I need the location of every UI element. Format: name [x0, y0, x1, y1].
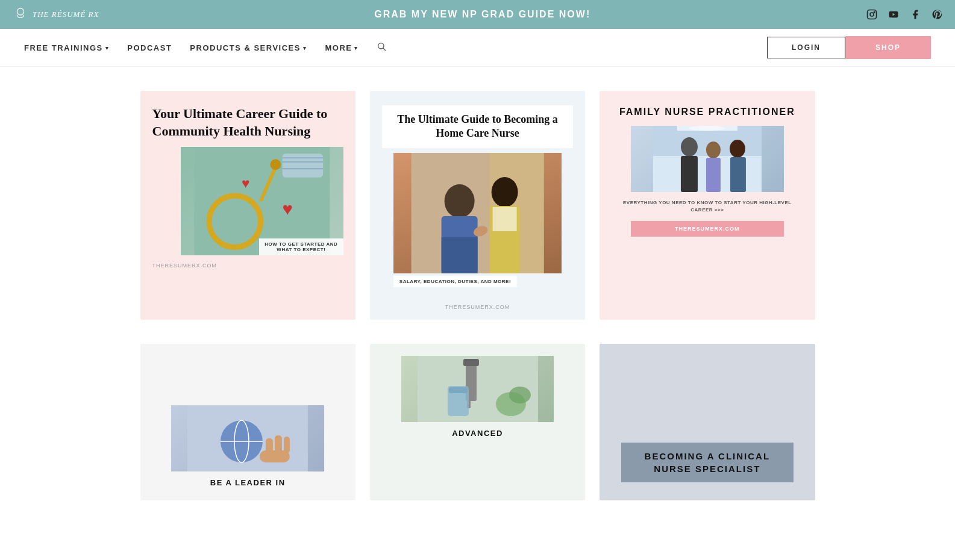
svg-point-29	[706, 142, 721, 158]
logo-area[interactable]: THE RÉSUMÉ RX	[12, 6, 99, 23]
banner-cta-area[interactable]: GRAB MY NEW NP GRAD GUIDE NOW!	[99, 9, 866, 20]
card4-title: BE A LEADER IN	[210, 478, 286, 488]
svg-point-0	[17, 8, 23, 15]
svg-point-34	[689, 126, 725, 131]
svg-point-31	[730, 140, 745, 158]
nav-podcast[interactable]: PODCAST	[127, 43, 172, 52]
card-cns[interactable]: BECOMING A CLINICAL NURSE SPECIALIST	[600, 344, 815, 500]
svg-rect-1	[868, 10, 877, 19]
svg-rect-23	[492, 207, 516, 231]
svg-rect-40	[266, 438, 273, 455]
svg-point-9	[270, 159, 281, 170]
main-nav: FREE TRAININGS ▾ PODCAST PRODUCTS & SERV…	[0, 29, 955, 67]
svg-point-18	[444, 184, 474, 218]
nav-right: LOGIN SHOP	[767, 36, 931, 59]
svg-point-21	[491, 177, 518, 207]
svg-point-2	[870, 13, 874, 16]
card-community-health[interactable]: Your Ultimate Career Guide to Community …	[140, 91, 355, 320]
svg-line-5	[383, 48, 386, 51]
nav-free-trainings[interactable]: FREE TRAININGS ▾	[24, 43, 109, 52]
pinterest-icon[interactable]	[931, 8, 943, 20]
login-button[interactable]: LOGIN	[767, 37, 845, 58]
svg-rect-20	[441, 237, 477, 273]
card-advanced[interactable]: ADVANCED	[370, 344, 585, 500]
search-icon[interactable]	[377, 42, 386, 54]
card5-title: ADVANCED	[452, 428, 503, 439]
card5-image	[401, 356, 554, 422]
nav-more[interactable]: MORE ▾	[325, 43, 359, 52]
nav-products-services[interactable]: PRODUCTS & SERVICES ▾	[190, 43, 307, 52]
banner-cta-link[interactable]: GRAB MY NEW NP GRAD GUIDE NOW!	[374, 9, 590, 19]
svg-rect-50	[448, 387, 467, 393]
card1-subtitle: HOW TO GET STARTED AND WHAT TO EXPECT!	[259, 238, 343, 255]
cards-row-1: Your Ultimate Career Guide to Community …	[140, 91, 815, 320]
social-icons-area	[866, 8, 943, 20]
card3-title: FAMILY NURSE PRACTITIONER	[619, 105, 795, 119]
card-leader[interactable]: BE A LEADER IN	[140, 344, 355, 500]
card2-domain: THERESUMERX.COM	[445, 298, 510, 310]
card3-btn[interactable]: THERESUMERX.COM	[631, 221, 784, 237]
facebook-icon[interactable]	[909, 8, 921, 20]
svg-rect-42	[284, 437, 290, 453]
card2-subtitle: SALARY, EDUCATION, DUTIES, AND MORE!	[393, 276, 517, 287]
card2-title: The Ultimate Guide to Becoming a Home Ca…	[392, 113, 563, 141]
svg-rect-30	[706, 158, 721, 192]
shop-button[interactable]: SHOP	[845, 36, 931, 59]
main-content: Your Ultimate Career Guide to Community …	[116, 91, 839, 500]
card-slate-inner: BECOMING A CLINICAL NURSE SPECIALIST	[621, 443, 794, 482]
card-fnp[interactable]: FAMILY NURSE PRACTITIONER	[600, 91, 815, 320]
instagram-icon[interactable]	[866, 8, 878, 20]
top-banner: THE RÉSUMÉ RX GRAB MY NEW NP GRAD GUIDE …	[0, 0, 955, 29]
svg-text:♥: ♥	[283, 199, 293, 219]
card1-title: Your Ultimate Career Guide to Community …	[152, 105, 343, 140]
logo-icon	[12, 6, 29, 23]
card-home-care[interactable]: The Ultimate Guide to Becoming a Home Ca…	[370, 91, 585, 320]
cards-row-2: BE A LEADER IN ADVANCED	[140, 344, 815, 500]
svg-point-27	[681, 137, 698, 157]
nav-left: FREE TRAININGS ▾ PODCAST PRODUCTS & SERV…	[24, 42, 386, 54]
svg-point-48	[509, 387, 530, 403]
card3-image	[631, 126, 784, 192]
logo-text: THE RÉSUMÉ RX	[33, 10, 99, 19]
card1-image-container: ♥ ♥ HOW TO GET STARTED AND WHAT TO EXPEC…	[152, 147, 343, 255]
svg-rect-28	[681, 156, 698, 192]
card3-desc: EVERYTHING YOU NEED TO KNOW TO START YOU…	[612, 199, 803, 214]
svg-point-3	[874, 11, 875, 13]
chevron-down-icon-2: ▾	[303, 45, 307, 51]
chevron-down-icon: ▾	[105, 45, 110, 51]
chevron-down-icon-3: ▾	[354, 45, 359, 51]
card6-title: BECOMING A CLINICAL NURSE SPECIALIST	[628, 450, 786, 475]
youtube-icon[interactable]	[888, 8, 900, 20]
svg-text:♥: ♥	[242, 176, 249, 191]
svg-rect-32	[730, 157, 746, 192]
svg-rect-45	[463, 359, 478, 366]
card1-image: ♥ ♥ HOW TO GET STARTED AND WHAT TO EXPEC…	[181, 147, 343, 255]
card2-image	[393, 153, 562, 273]
card2-title-box: The Ultimate Guide to Becoming a Home Ca…	[382, 105, 573, 148]
card1-domain: THERESUMERX.COM	[152, 263, 218, 269]
svg-rect-41	[275, 435, 282, 453]
card4-image	[171, 405, 324, 471]
